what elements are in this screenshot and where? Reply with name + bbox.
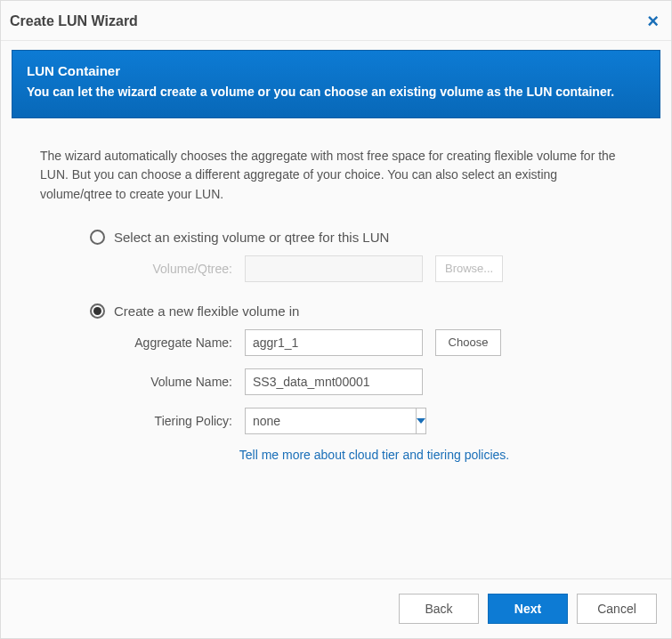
back-button[interactable]: Back — [399, 594, 479, 624]
info-banner: LUN Container You can let the wizard cre… — [12, 50, 660, 118]
choose-button[interactable]: Choose — [435, 329, 501, 356]
browse-button: Browse... — [435, 255, 503, 282]
option-existing-label: Select an existing volume or qtree for t… — [114, 230, 389, 245]
option-create-row[interactable]: Create a new flexible volume in — [90, 303, 632, 319]
volume-name-label: Volume Name: — [117, 375, 232, 389]
option-existing-row[interactable]: Select an existing volume or qtree for t… — [90, 230, 632, 245]
radio-create[interactable] — [90, 303, 105, 319]
volume-name-input[interactable] — [245, 368, 423, 395]
intro-text: The wizard automatically chooses the agg… — [40, 147, 632, 205]
volume-qtree-input — [245, 255, 423, 282]
existing-subform: Volume/Qtree: Browse... — [117, 255, 632, 282]
close-icon[interactable]: × — [647, 12, 659, 31]
banner-title: LUN Container — [27, 63, 645, 78]
tiering-policy-toggle[interactable] — [416, 408, 426, 434]
dialog-title: Create LUN Wizard — [10, 13, 138, 29]
create-subform: Aggregate Name: Choose Volume Name: Tier… — [117, 329, 632, 463]
dialog-footer: Back Next Cancel — [1, 578, 671, 638]
cancel-button[interactable]: Cancel — [577, 594, 657, 624]
dialog-body: The wizard automatically chooses the agg… — [1, 118, 671, 578]
dialog-header: Create LUN Wizard × — [1, 1, 671, 41]
volume-qtree-label: Volume/Qtree: — [117, 262, 232, 276]
tiering-policy-dropdown[interactable] — [245, 408, 423, 434]
aggregate-name-label: Aggregate Name: — [117, 336, 232, 350]
next-button[interactable]: Next — [488, 594, 568, 624]
radio-existing[interactable] — [90, 230, 105, 245]
create-lun-wizard-dialog: Create LUN Wizard × LUN Container You ca… — [0, 0, 672, 639]
aggregate-name-input[interactable] — [245, 329, 423, 356]
tiering-help-link[interactable]: Tell me more about cloud tier and tierin… — [239, 448, 510, 462]
tiering-policy-input[interactable] — [245, 408, 416, 434]
chevron-down-icon — [417, 418, 425, 424]
tiering-policy-label: Tiering Policy: — [117, 414, 232, 428]
banner-text: You can let the wizard create a volume o… — [27, 84, 645, 101]
option-create-label: Create a new flexible volume in — [114, 303, 299, 319]
